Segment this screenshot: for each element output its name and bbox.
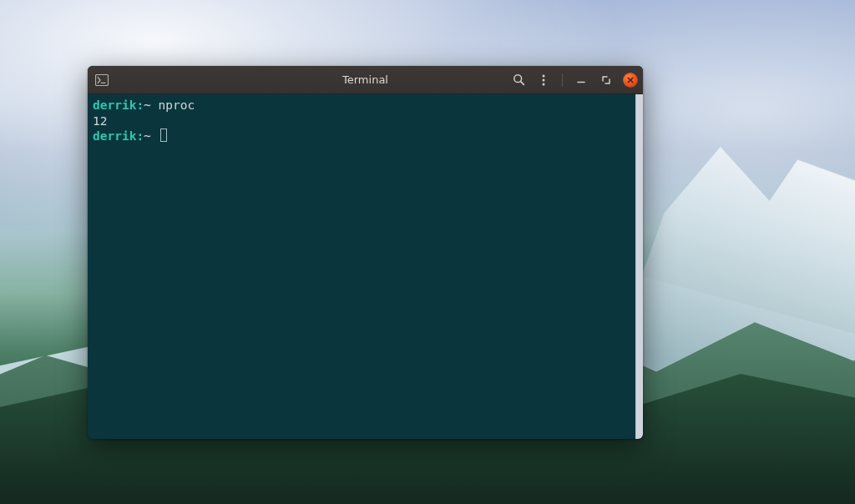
terminal-icon (94, 73, 109, 88)
svg-line-3 (520, 82, 524, 85)
desktop-wallpaper: Terminal (0, 0, 855, 504)
svg-point-5 (543, 78, 545, 81)
text-cursor (160, 129, 168, 142)
svg-point-6 (543, 83, 545, 85)
svg-rect-0 (96, 74, 109, 85)
prompt-path: ~ (144, 129, 151, 143)
scrollbar-thumb[interactable] (636, 94, 643, 439)
window-controls (510, 72, 638, 88)
prompt: derrik: (93, 98, 144, 112)
svg-point-4 (543, 74, 545, 77)
terminal-output[interactable]: derrik:~ nproc 12 derrik:~ (88, 94, 635, 439)
menu-icon[interactable] (535, 72, 552, 88)
prompt-path: ~ (144, 98, 151, 112)
maximize-button[interactable] (598, 72, 615, 88)
minimize-button[interactable] (573, 72, 589, 88)
window-titlebar[interactable]: Terminal (88, 66, 643, 94)
prompt: derrik: (93, 129, 144, 143)
close-button[interactable] (623, 73, 638, 88)
terminal-window: Terminal (88, 66, 643, 439)
terminal-scrollbar[interactable] (635, 94, 643, 439)
command-text: nproc (159, 98, 195, 112)
titlebar-separator (562, 73, 563, 87)
terminal-body: derrik:~ nproc 12 derrik:~ (88, 94, 643, 439)
search-icon[interactable] (510, 72, 527, 88)
output-line: 12 (93, 114, 107, 128)
